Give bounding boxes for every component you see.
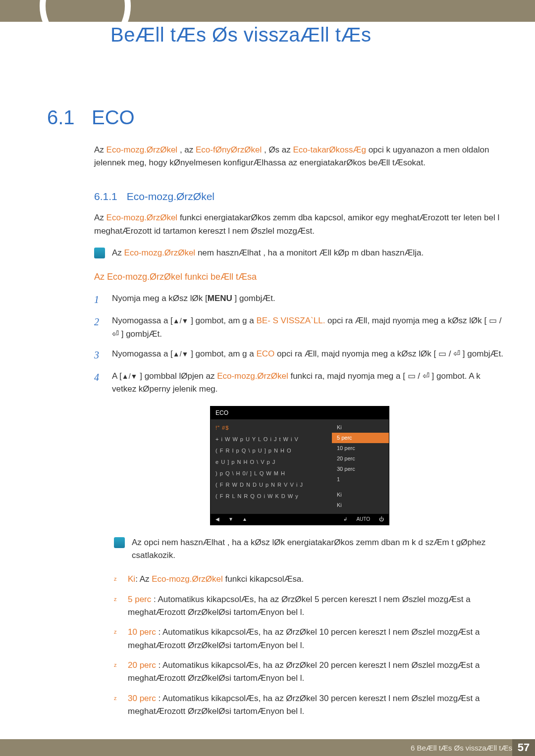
option-body: 20 perc : Automatikus kikapcsolÆs, ha az… bbox=[128, 659, 505, 685]
osd-body: !" #$ + i W W p U Y L O i J t W i V ( F … bbox=[211, 419, 389, 513]
osd-item: ( F R W D N D U p N R V V i J bbox=[215, 479, 327, 491]
step-item: 1 Nyomja meg a kØsz lØk [MENU ] gombjÆt. bbox=[94, 292, 505, 307]
subsection-heading: 6.1.1 Eco-mozg.ØrzØkel bbox=[94, 175, 505, 212]
page-footer: 6 BeÆll tÆs Øs visszaÆll tÆs 57 bbox=[0, 739, 535, 756]
highlight: ECO bbox=[256, 349, 274, 358]
back-icon: ◀ bbox=[215, 515, 219, 523]
osd-title: ECO bbox=[211, 406, 389, 420]
intro-paragraph: Az Eco-mozg.ØrzØkel , az Eco-fØnyØrzØkel… bbox=[94, 144, 505, 170]
bullet-icon: z bbox=[114, 575, 121, 586]
option-item: z 5 perc : Automatikus kikapcsolÆs, ha a… bbox=[114, 593, 505, 619]
osd-item: !" #$ bbox=[215, 422, 327, 434]
text: : Automatikus kikapcsolÆs, ha az ØrzØkel… bbox=[128, 627, 480, 650]
osd-item: ( F R L N R Q O i W K D W y bbox=[215, 491, 327, 502]
osd-value: Ki bbox=[332, 422, 389, 433]
highlight: Eco-mozg.ØrzØkel bbox=[107, 213, 178, 222]
glyph: ▲/▼ bbox=[173, 317, 189, 325]
up-icon: ▲ bbox=[242, 515, 247, 523]
power-icon: ⏻ bbox=[379, 515, 384, 523]
step-body: Nyomja meg a kØsz lØk [MENU ] gombjÆt. bbox=[112, 292, 505, 307]
osd-value-selected: 5 perc bbox=[332, 433, 389, 443]
step-item: 2 Nyomogassa a [▲/▼ ] gombot, am g a BE-… bbox=[94, 314, 505, 341]
text: Az bbox=[94, 145, 107, 154]
osd-menu: ECO !" #$ + i W W p U Y L O i J t W i V … bbox=[210, 406, 389, 525]
option-item: z Ki: Az Eco-mozg.ØrzØkel funkci kikapcs… bbox=[114, 573, 505, 586]
step-body: Nyomogassa a [▲/▼ ] gombot, am g a ECO o… bbox=[112, 348, 505, 363]
option-body: 30 perc : Automatikus kikapcsolÆs, ha az… bbox=[128, 692, 505, 718]
step-number: 1 bbox=[94, 292, 103, 307]
text: : Automatikus kikapcsolÆs, ha az ØrzØkel… bbox=[128, 595, 471, 617]
text: ] gombot, am g a bbox=[188, 316, 256, 325]
bullet-icon: z bbox=[114, 661, 121, 685]
highlight: 30 perc bbox=[128, 694, 156, 703]
footer-text: 6 BeÆll tÆs Øs visszaÆll tÆs bbox=[411, 744, 512, 752]
subsection-number: 6.1.1 bbox=[94, 189, 117, 205]
step-item: 3 Nyomogassa a [▲/▼ ] gombot, am g a ECO… bbox=[94, 348, 505, 363]
text: , az bbox=[177, 145, 196, 154]
osd-value: 10 perc bbox=[332, 443, 389, 454]
option-item: z 10 perc : Automatikus kikapcsolÆs, ha … bbox=[114, 626, 505, 652]
note-text: Az Eco-mozg.ØrzØkel nem hasznÆlhat , ha … bbox=[112, 247, 505, 259]
text: Az bbox=[112, 248, 124, 257]
info-icon bbox=[114, 537, 125, 548]
option-body: 5 perc : Automatikus kikapcsolÆs, ha az … bbox=[128, 593, 505, 619]
bold: MENU bbox=[208, 294, 232, 303]
highlight: Eco-mozg.ØrzØkel bbox=[152, 574, 223, 584]
procedure-title: Az Eco-mozg.ØrzØkel funkci beÆll tÆsa bbox=[94, 270, 505, 284]
osd-footer-left: ◀ ▼ ▲ bbox=[215, 515, 247, 523]
bullet-icon: z bbox=[114, 694, 121, 718]
text: opci ra Æll, majd nyomja meg a kØsz lØk … bbox=[274, 349, 503, 358]
osd-item: e U ] p N H O \ V p J bbox=[215, 456, 327, 468]
down-icon: ▼ bbox=[228, 515, 233, 523]
page-number: 57 bbox=[512, 739, 535, 756]
content-area: Az Eco-mozg.ØrzØkel , az Eco-fØnyØrzØkel… bbox=[94, 144, 505, 725]
chapter-title: BeÆll tÆs Øs visszaÆll tÆs bbox=[110, 24, 371, 46]
highlight: 10 perc bbox=[128, 627, 156, 637]
osd-value: Ki bbox=[332, 490, 389, 500]
steps-list: 1 Nyomja meg a kØsz lØk [MENU ] gombjÆt.… bbox=[94, 292, 505, 396]
text: : Automatikus kikapcsolÆs, ha az ØrzØkel… bbox=[128, 660, 480, 683]
options-list: z Ki: Az Eco-mozg.ØrzØkel funkci kikapcs… bbox=[114, 573, 505, 718]
osd-item: + i W W p U Y L O i J t W i V bbox=[215, 434, 327, 445]
section-name: ECO bbox=[92, 106, 135, 129]
text: ] gombbal lØpjen az bbox=[137, 371, 217, 381]
step-body: A [▲/▼ ] gombbal lØpjen az Eco-mozg.ØrzØ… bbox=[112, 370, 505, 396]
bullet-icon: z bbox=[114, 628, 121, 652]
step-number: 3 bbox=[94, 348, 103, 363]
glyph: ▲/▼ bbox=[122, 372, 138, 380]
text: Nyomja meg a kØsz lØk [ bbox=[112, 294, 208, 303]
osd-footer-right: ↲ AUTO ⏻ bbox=[343, 515, 384, 523]
text: funkci kikapcsolÆsa. bbox=[223, 574, 304, 584]
text: ] gombot, am g a bbox=[188, 349, 256, 358]
osd-item: ) p Q \ H 0/ ] L Q W M H bbox=[215, 468, 327, 479]
glyph: ▲/▼ bbox=[173, 350, 189, 358]
note-text: Az opci nem hasznÆlhat , ha a kØsz lØk e… bbox=[132, 536, 505, 562]
section-number: 6.1 bbox=[47, 106, 75, 129]
text: : Automatikus kikapcsolÆs, ha az ØrzØkel… bbox=[128, 694, 480, 716]
osd-left-column: !" #$ + i W W p U Y L O i J t W i V ( F … bbox=[211, 419, 332, 513]
bullet-icon: z bbox=[114, 595, 121, 619]
highlight: Ki bbox=[128, 574, 135, 584]
step-item: 4 A [▲/▼ ] gombbal lØpjen az Eco-mozg.Ør… bbox=[94, 370, 505, 396]
osd-value: 1 bbox=[332, 474, 389, 485]
osd-value: 30 perc bbox=[332, 464, 389, 474]
highlight: Eco-fØnyØrzØkel bbox=[196, 145, 262, 154]
text: Az bbox=[94, 213, 107, 222]
highlight: 20 perc bbox=[128, 660, 156, 670]
option-item: z 20 perc : Automatikus kikapcsolÆs, ha … bbox=[114, 659, 505, 685]
spacer bbox=[332, 485, 389, 490]
text: : Az bbox=[135, 574, 152, 584]
subsection-name: Eco-mozg.ØrzØkel bbox=[127, 191, 214, 202]
osd-item: ( F R I p Q \ p U ] p N H O bbox=[215, 445, 327, 456]
osd-right-column: Ki 5 perc 10 perc 20 perc 30 perc 1 Ki K… bbox=[332, 419, 389, 513]
option-body: 10 perc : Automatikus kikapcsolÆs, ha az… bbox=[128, 626, 505, 652]
option-item: z 30 perc : Automatikus kikapcsolÆs, ha … bbox=[114, 692, 505, 718]
info-icon bbox=[94, 248, 105, 258]
osd-value: 20 perc bbox=[332, 454, 389, 464]
step-number: 2 bbox=[94, 314, 103, 341]
subsection-paragraph: Az Eco-mozg.ØrzØkel funkci energiatakarØ… bbox=[94, 211, 505, 238]
text: A [ bbox=[112, 371, 122, 381]
text: , Øs az bbox=[262, 145, 293, 154]
text: Nyomogassa a [ bbox=[112, 316, 173, 325]
osd-footer: ◀ ▼ ▲ ↲ AUTO ⏻ bbox=[211, 514, 389, 525]
